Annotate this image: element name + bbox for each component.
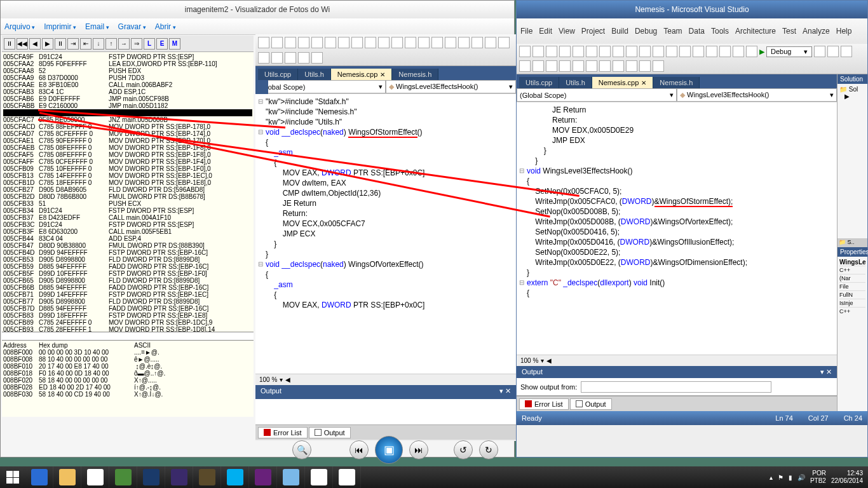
prop-row[interactable]: FullN <box>839 290 865 299</box>
vs2-tb-icon[interactable] <box>519 60 531 72</box>
code-line[interactable]: } <box>264 239 516 249</box>
taskbar-chrome[interactable] <box>81 466 109 488</box>
dis-row[interactable]: 005CFB83D99D 18FEFFFFFSTP DWORD PTR SS:[… <box>3 312 252 319</box>
olly-tb-btn-12[interactable]: E <box>156 38 168 50</box>
menu-architecture[interactable]: Architecture <box>735 27 776 36</box>
code-line[interactable]: WriteJmp(0x005D0E22, (DWORD)&WingsOfDime… <box>526 257 837 268</box>
code-line[interactable]: CMP dwItem,ObjectId(12,36) <box>264 188 516 198</box>
pv-menu-imprimir[interactable]: Imprimir <box>44 22 76 31</box>
vs1-tb-icon[interactable] <box>271 52 283 64</box>
pv-rotate-left[interactable]: ↺ <box>454 440 473 459</box>
olly-tb-btn-5[interactable]: ⇥ <box>67 38 79 50</box>
vs2-code-editor[interactable]: JE Return Return: MOV EDX,0x005D0E29 JMP… <box>517 102 837 355</box>
code-line[interactable]: { <box>264 269 516 280</box>
pv-menu-arquivo[interactable]: Arquivo <box>4 22 35 31</box>
dis-row[interactable]: 005CFAF5C785 08FEFFFF 0MOV DWORD PTR SS:… <box>3 151 252 158</box>
tab-Utils.h[interactable]: Utils.h <box>298 69 331 80</box>
dis-row[interactable]: 005CFAA852PUSH EDX <box>3 67 252 74</box>
vs1-tb-icon[interactable] <box>498 37 510 48</box>
menu-build[interactable]: Build <box>611 27 628 36</box>
vs2-tb-icon[interactable] <box>532 46 544 57</box>
taskbar-skype[interactable] <box>221 466 249 488</box>
vs2-tb-icon[interactable] <box>613 46 624 57</box>
dis-row[interactable]: 005CFB6BD885 94FEFFFFFADD DWORD PTR SS:[… <box>3 284 252 291</box>
vs1-output-header[interactable]: Output▾ ✕ <box>255 385 516 399</box>
dis-row[interactable]: 005CFA9FD91C24FSTP DWORD PTR SS:[ESP] <box>3 53 252 60</box>
vs1-tb-icon[interactable] <box>338 37 349 48</box>
menu-edit[interactable]: Edit <box>539 27 552 36</box>
dis-row[interactable]: 005CFAFFC785 0CFEFFFF 0MOV DWORD PTR SS:… <box>3 158 252 165</box>
tray-clock[interactable]: 12:43 22/06/2014 <box>831 470 863 485</box>
code-line[interactable]: ⊟"kw">#include "Stdafx.h" <box>264 97 516 107</box>
code-line[interactable]: ⊟void __declspec(naked) WingsOfStormEffe… <box>264 127 516 137</box>
code-line[interactable]: SetNop(0x005D008B, 5); <box>526 207 837 217</box>
vs1-tb-icon[interactable] <box>378 37 390 48</box>
olly-tb-btn-6[interactable]: ⇤ <box>80 38 92 50</box>
olly-tb-btn-2[interactable]: ◀ <box>29 38 41 50</box>
vs1-tb-icon[interactable] <box>311 37 323 48</box>
vs1-tb-icon[interactable] <box>365 37 376 48</box>
tray-up-icon[interactable]: ▴ <box>770 474 773 481</box>
dis-row[interactable]: 005CFB89C785 24FEFFFF 0MOV DWORD PTR SS:… <box>3 319 252 326</box>
taskbar-ie[interactable] <box>25 466 53 488</box>
code-line[interactable]: } <box>264 249 516 259</box>
vs1-output-tab[interactable]: Output <box>309 427 351 438</box>
vs1-tb-icon[interactable] <box>298 37 309 48</box>
taskbar-vs[interactable] <box>249 466 277 488</box>
vs2-tb-icon[interactable] <box>666 46 677 57</box>
dis-row[interactable]: 005CFB1DC785 18FEFFFF 0MOV DWORD PTR SS:… <box>3 179 252 186</box>
vs1-code-editor[interactable]: ⊟"kw">#include "Stdafx.h""kw">#include "… <box>255 94 516 374</box>
vs2-tb-icon[interactable] <box>559 60 571 72</box>
olly-tb-btn-13[interactable]: M <box>169 38 180 50</box>
code-line[interactable]: { <box>526 176 837 186</box>
tab-Nemesis.h[interactable]: Nemesis.h <box>653 77 700 88</box>
code-line[interactable]: JMP EDX <box>526 135 837 146</box>
code-line[interactable]: MOV ECX,0x005CFAC7 <box>264 219 516 229</box>
dis-row[interactable]: 005CFB3CD91C24FSTP DWORD PTR SS:[ESP] <box>3 221 252 228</box>
code-line[interactable]: Return: <box>264 208 516 219</box>
vs1-tb-icon[interactable] <box>285 37 296 48</box>
dis-row[interactable]: 005CFB65D905 D8998800FLD DWORD PTR DS:[8… <box>3 277 252 284</box>
code-line[interactable]: { <box>526 288 837 298</box>
prop-row[interactable]: File <box>839 282 865 290</box>
dis-row[interactable]: 005CFB53D905 D8998800FLD DWORD PTR DS:[8… <box>3 256 252 263</box>
tab-Nemesis.cpp[interactable]: Nemesis.cpp✕ <box>592 77 654 88</box>
code-line[interactable]: } <box>526 146 837 156</box>
menu-analyze[interactable]: Analyze <box>803 27 830 36</box>
pv-play[interactable]: ▣ <box>375 436 403 464</box>
config-dropdown[interactable]: Debug▾ <box>766 46 812 57</box>
code-line[interactable]: "kw">#include "Nemesis.h" <box>264 107 516 117</box>
tab-Utils.cpp[interactable]: Utils.cpp <box>519 77 559 88</box>
vs2-tb-icon[interactable] <box>532 60 544 72</box>
solution-explorer-body[interactable]: 📁 Sol ▶ <box>837 84 867 238</box>
dis-row[interactable]: 005CFAB383C4 1CADD ESP,1C <box>3 88 252 95</box>
vs2-error-list-tab[interactable]: Error List <box>519 398 569 410</box>
tab-Utils.cpp[interactable]: Utils.cpp <box>258 69 298 80</box>
vs2-tb-icon[interactable] <box>746 46 757 57</box>
vs1-error-list-tab[interactable]: Error List <box>258 427 308 438</box>
vs2-tb-icon[interactable] <box>599 46 611 57</box>
olly-tb-btn-7[interactable]: ↓ <box>93 38 104 50</box>
olly-tb-btn-4[interactable]: ⏸ <box>55 38 66 50</box>
dis-row[interactable]: 005CFAAEE8 3FB10E00CALL main.006BABF2 <box>3 81 252 88</box>
dis-row[interactable]: 005CFB27D905 D8AB9605FLD DWORD PTR DS:[5… <box>3 186 252 193</box>
properties-hdr[interactable]: Properties <box>837 247 867 257</box>
vs2-tb-icon[interactable] <box>679 46 691 57</box>
vs2-tb-icon[interactable] <box>573 60 584 72</box>
dis-row[interactable]: 005CFB2DD80D 78B6B800FMUL DWORD PTR DS:[… <box>3 193 252 200</box>
prop-row[interactable]: C++ <box>839 266 865 274</box>
olly-tb-btn-8[interactable]: ↑ <box>105 38 117 50</box>
prop-row[interactable]: IsInje <box>839 299 865 307</box>
dis-row[interactable]: 005CFAB6E9 D0FEFFFFJMP main.005CF98B <box>3 95 252 102</box>
code-line[interactable]: { <box>264 290 516 300</box>
code-line[interactable]: SetNop(0x005D0416, 5); <box>526 227 837 237</box>
tray-volume-icon[interactable]: 🔊 <box>797 474 805 481</box>
taskbar-dreamweaver[interactable] <box>109 466 137 488</box>
code-line[interactable]: WriteJmp(0x005D0416, (DWORD)&WingsOfIllu… <box>526 237 837 247</box>
tray-flag-icon[interactable]: ⚑ <box>778 474 783 481</box>
vs2-tb-icon[interactable] <box>599 60 611 72</box>
pv-zoom-out[interactable]: 🔍 <box>292 440 311 459</box>
vs1-tb-icon[interactable] <box>258 52 269 64</box>
olly-tb-btn-9[interactable]: → <box>118 38 130 50</box>
dump-row[interactable]: 008BF01020 17 40 00 E8 17 40 00 ↨@.è↨@. <box>3 363 252 370</box>
